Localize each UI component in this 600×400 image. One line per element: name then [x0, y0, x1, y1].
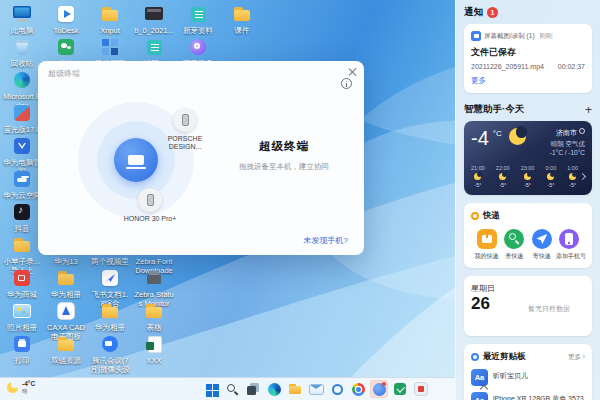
- express-service-phone[interactable]: 添加手机号: [556, 229, 583, 261]
- desktop-icon-notes[interactable]: 新芽资料: [178, 3, 218, 36]
- device-name: PORSCHE DESIGN...: [153, 135, 217, 152]
- express-icon: [471, 212, 479, 220]
- express-service-box[interactable]: 我的快递: [473, 229, 500, 261]
- hour-temp: -5°: [474, 182, 481, 188]
- moon-icon: [474, 173, 481, 180]
- taskbar-wps-button[interactable]: [391, 380, 409, 398]
- search-icon: [225, 382, 239, 396]
- local-pc-node[interactable]: [114, 138, 158, 182]
- weather-range: -1°C / -10°C: [550, 148, 585, 158]
- express-service-search[interactable]: 查快递: [501, 229, 528, 261]
- desktop-icon-folder[interactable]: Xnput: [90, 3, 130, 36]
- desktop-icon-bluray[interactable]: 蓝光版17.0: [2, 102, 42, 135]
- taskbar-misc-button[interactable]: [412, 380, 430, 398]
- weather-card[interactable]: -4 °C 济南市 晴朗 空气优 -1°C / -10°C 21:00-5°22…: [464, 121, 592, 195]
- notification-badge: 1: [487, 7, 498, 18]
- taskbar-weather-widget[interactable]: -4°C 晴: [7, 380, 35, 394]
- todesk-icon: [55, 3, 77, 25]
- hour-time: 21:00: [471, 165, 485, 171]
- folder-icon: [99, 300, 121, 322]
- translate-app-icon: Aa: [471, 392, 488, 400]
- location-icon: [579, 128, 585, 134]
- desktop-icon-excel[interactable]: XXX: [134, 333, 174, 366]
- device-honor-30-pro[interactable]: HONOR 30 Pro+: [118, 188, 182, 223]
- wechat-icon: [55, 36, 77, 58]
- desktop-icon-douyin[interactable]: 抖音: [2, 201, 42, 234]
- translate-app-icon: Aa: [471, 369, 488, 386]
- folder-icon: [99, 3, 121, 25]
- weather-city: 济南市: [556, 129, 577, 136]
- desktop-icon-meeting[interactable]: 腾讯会议(7月)摄像头设K...: [90, 333, 130, 375]
- desktop-icon-monitor[interactable]: 此电脑: [2, 3, 42, 36]
- phone-icon: [559, 229, 579, 249]
- notification-more-link[interactable]: 更多: [471, 76, 585, 86]
- hour-temp: -5°: [569, 182, 576, 188]
- desktop-icon-video[interactable]: b_0_2021...: [134, 3, 174, 36]
- hour-time: 22:00: [496, 165, 510, 171]
- desktop-icon-folder[interactable]: 课件: [222, 3, 262, 36]
- chevron-right-icon[interactable]: [579, 173, 586, 180]
- clipboard-icon: [471, 353, 479, 361]
- add-widget-icon[interactable]: +: [585, 104, 592, 116]
- dialog-subtitle: 拖拽设备至本机，建立协同: [214, 162, 354, 172]
- notification-title: 文件已保存: [471, 46, 585, 59]
- calendar-card[interactable]: 星期日 26 暂无日程数据: [464, 276, 592, 336]
- clipboard-more-link[interactable]: 更多 ›: [568, 353, 585, 362]
- edge-icon: [11, 69, 33, 91]
- info-icon[interactable]: [341, 78, 352, 89]
- desktop-icon-redstore[interactable]: 华为商城: [2, 267, 42, 300]
- desktop-icon-photos[interactable]: 照片相册: [2, 300, 42, 333]
- notes-icon: [187, 3, 209, 25]
- clipboard-item[interactable]: Aa昕昕宝贝儿: [471, 369, 585, 386]
- manager-icon: [11, 135, 33, 157]
- notification-source: 屏幕截图/录制 (1): [484, 32, 535, 41]
- taskbar-search-button[interactable]: [223, 380, 241, 398]
- monitor-icon: [11, 3, 33, 25]
- taskbar-mail-button[interactable]: [307, 380, 325, 398]
- phone-icon: [182, 114, 189, 126]
- desktop-icon-label: 此电脑: [2, 27, 42, 36]
- notification-card[interactable]: 屏幕截图/录制 (1) 刚刚 文件已保存 20211226_205911.mp4…: [464, 24, 592, 93]
- assistant-title: 智慧助手·今天: [464, 103, 524, 116]
- close-icon[interactable]: [347, 67, 357, 77]
- misc-icon: [414, 382, 428, 396]
- service-label: 我的快递: [473, 252, 500, 261]
- desktop-icon-recycle[interactable]: 回收站: [2, 36, 42, 69]
- super-device-dialog: 超级终端 PORSCHE DESIGN... HONOR 30 Pro+ 超级终…: [38, 61, 364, 255]
- tiles-icon: [99, 36, 121, 58]
- phone-device-circle: [138, 188, 162, 212]
- weather-hour: 0:00-5°: [545, 165, 556, 188]
- taskbar-start-button[interactable]: [202, 380, 220, 398]
- search-icon: [504, 229, 524, 249]
- taskbar-hisuite-button[interactable]: [328, 380, 346, 398]
- taskbar-superdevice-button[interactable]: [370, 380, 388, 398]
- taskbar-explorer-button[interactable]: [286, 380, 304, 398]
- service-label: 寄快递: [528, 252, 555, 261]
- bird-icon: [99, 267, 121, 289]
- express-card: 快递 我的快递查快递寄快递添加手机号: [464, 203, 592, 268]
- hour-temp: -5°: [547, 182, 554, 188]
- device-porsche-design[interactable]: PORSCHE DESIGN...: [153, 108, 217, 152]
- express-title: 快递: [483, 210, 585, 222]
- desktop-icon-folder[interactable]: 双链资源: [46, 333, 86, 366]
- desktop-icon-label: 照片相册: [2, 324, 42, 333]
- express-services: 我的快递查快递寄快递添加手机号: [471, 229, 585, 261]
- clipboard-item[interactable]: AaiPhone XR 128GB 黄色 357397098699647 iPh…: [471, 392, 585, 400]
- taskbar-edge-button[interactable]: [265, 380, 283, 398]
- desktop-icon-folder[interactable]: 表格: [134, 300, 174, 333]
- desktop-icon-printer[interactable]: 打印: [2, 333, 42, 366]
- desktop-icon-label: 新芽资料: [178, 27, 218, 36]
- desktop-icon-cloud[interactable]: 华为云空间: [2, 168, 42, 201]
- hour-time: 0:00: [545, 165, 556, 171]
- clipboard-title: 最近剪贴板: [483, 351, 564, 363]
- desktop-icon-folder[interactable]: 华为相册: [90, 300, 130, 333]
- moon-icon: [547, 173, 554, 180]
- desktop-icon-folder[interactable]: 华为相册: [46, 267, 86, 300]
- taskbar-chrome-button[interactable]: [349, 380, 367, 398]
- express-service-send[interactable]: 寄快递: [528, 229, 555, 261]
- phone-not-found-link[interactable]: 未发现手机?: [304, 235, 348, 246]
- notifications-header: 通知 1: [464, 6, 592, 19]
- desktop-icon-todesk[interactable]: ToDesk: [46, 3, 86, 36]
- taskbar-taskview-button[interactable]: [244, 380, 262, 398]
- desktop-icon-label: 课件: [222, 27, 262, 36]
